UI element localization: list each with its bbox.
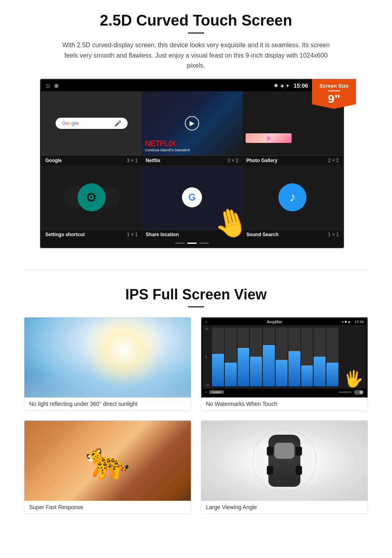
car-body bbox=[268, 435, 300, 487]
amp-time: 17:33 bbox=[354, 320, 364, 324]
cheetah-emoji: 🐆 bbox=[85, 440, 130, 482]
time-display: 15:06 bbox=[294, 82, 308, 89]
eq-bar-3 bbox=[238, 327, 250, 386]
device-screen: ⌂ ⊕ ✱ ◈ ▾ 15:06 ◫ ◁) ⊠ ▭ bbox=[40, 79, 344, 248]
eq-bar-6 bbox=[276, 327, 288, 386]
amp-title: Amplifier bbox=[210, 320, 340, 324]
google-label: Google bbox=[45, 158, 62, 163]
car-image bbox=[201, 421, 368, 501]
gallery-thumb-3: 🌸 bbox=[246, 133, 292, 143]
section1-description: With 2.5D curved-display screen, this de… bbox=[60, 40, 332, 71]
location-icon: ◈ bbox=[280, 83, 284, 88]
dot-3 bbox=[199, 243, 209, 244]
settings-label-row: Settings shortcut 1 × 1 bbox=[41, 229, 142, 239]
settings-app-cell[interactable]: ⚙ Settings shortcut 1 × 1 bbox=[41, 165, 142, 239]
eq-bar-5 bbox=[263, 327, 275, 386]
amp-icons: ▾ ✱ ◈ bbox=[342, 320, 350, 324]
app-grid-row2: ⚙ Settings shortcut 1 × 1 G bbox=[41, 165, 343, 239]
section1-title: 2.5D Curved Touch Screen bbox=[24, 12, 368, 29]
settings-icon-circle: ⚙ bbox=[78, 183, 106, 211]
usb-icon: ⊕ bbox=[54, 82, 59, 89]
netflix-app-cell[interactable]: ▶ NETFLIX Continue Marvel's Daredevil Ne… bbox=[142, 91, 242, 165]
share-label: Share location bbox=[146, 232, 179, 237]
eq-bar-7 bbox=[288, 327, 300, 386]
feature-grid: No light reflecting under 360° direct su… bbox=[24, 317, 368, 514]
custom-btn: Custom bbox=[209, 390, 224, 394]
sound-app-cell[interactable]: ♪ Sound Search 1 × 1 bbox=[242, 165, 343, 239]
maps-icon: G bbox=[182, 187, 202, 207]
feature-card-sunlight: No light reflecting under 360° direct su… bbox=[24, 317, 191, 411]
google-logo: Google bbox=[62, 120, 79, 126]
amp-home-icon: ⌂ bbox=[205, 320, 207, 324]
eq-display: 10 0 -10 bbox=[203, 325, 366, 389]
touch-hand: 🖐️ bbox=[340, 327, 364, 386]
eq-bar-10 bbox=[326, 327, 338, 386]
screen-size-badge: Screen Size 9" bbox=[312, 79, 356, 109]
wifi-icon: ▾ bbox=[286, 83, 289, 88]
bluetooth-icon: ✱ bbox=[274, 83, 278, 88]
feature-card-cheetah: 🐆 Super Fast Response bbox=[24, 420, 191, 514]
cheetah-image: 🐆 bbox=[24, 421, 191, 501]
badge-size: 9" bbox=[318, 93, 350, 105]
car-wheel-rl bbox=[267, 466, 273, 475]
share-cell-inner: G 🤚 bbox=[142, 165, 242, 229]
netflix-label: Netflix bbox=[146, 158, 160, 163]
eq-left-labels: 10 0 -10 bbox=[205, 327, 211, 386]
amp-status-bar: ⌂ Amplifier ▾ ✱ ◈ 17:33 bbox=[203, 319, 366, 325]
home-icon: ⌂ bbox=[46, 82, 50, 89]
section-ips: IPS Full Screen View No light reflecting… bbox=[0, 282, 392, 526]
section-curved-screen: 2.5D Curved Touch Screen With 2.5D curve… bbox=[0, 0, 392, 258]
eq-bar-8 bbox=[301, 327, 313, 386]
car-top-view bbox=[264, 429, 304, 493]
section-divider bbox=[24, 270, 368, 270]
sunlight-image bbox=[24, 317, 191, 397]
sound-size: 1 × 1 bbox=[328, 232, 339, 237]
share-app-cell[interactable]: G 🤚 Share location 1 × 1 bbox=[142, 165, 242, 239]
netflix-info: NETFLIX Continue Marvel's Daredevil bbox=[145, 139, 190, 152]
amp-back-btn: « bbox=[205, 390, 207, 394]
eq-bars bbox=[212, 327, 338, 386]
netflix-label-row: Netflix 3 × 2 bbox=[142, 155, 242, 165]
status-bar: ⌂ ⊕ ✱ ◈ ▾ 15:06 ◫ ◁) ⊠ ▭ bbox=[41, 80, 343, 91]
google-size: 3 × 1 bbox=[127, 158, 138, 163]
car-wheel-fl bbox=[267, 447, 273, 456]
sunlight-caption: No light reflecting under 360° direct su… bbox=[24, 397, 191, 410]
badge-label: Screen Size bbox=[318, 83, 350, 89]
gallery-label: Photo Gallery bbox=[246, 158, 278, 163]
ips-title-divider bbox=[188, 306, 204, 307]
title-divider bbox=[188, 32, 204, 34]
sound-cell-inner: ♪ bbox=[242, 165, 343, 229]
netflix-cell-inner: ▶ NETFLIX Continue Marvel's Daredevil bbox=[142, 91, 242, 155]
play-button[interactable]: ▶ bbox=[185, 116, 199, 130]
settings-size: 1 × 1 bbox=[127, 232, 138, 237]
sound-icon-circle: ♪ bbox=[278, 183, 306, 211]
car-wheel-fr bbox=[296, 447, 302, 456]
gallery-size: 2 × 2 bbox=[328, 158, 339, 163]
eq-bar-1 bbox=[212, 327, 224, 386]
google-app-cell[interactable]: Google 🎤 Google 3 × 1 bbox=[41, 91, 142, 165]
amplifier-image: ⌂ Amplifier ▾ ✱ ◈ 17:33 10 0 -10 bbox=[201, 317, 368, 397]
badge-divider bbox=[328, 90, 340, 91]
feature-card-car: Large Viewing Angle bbox=[201, 420, 368, 514]
section2-title: IPS Full Screen View bbox=[24, 286, 368, 303]
gallery-label-row: Photo Gallery 2 × 2 bbox=[242, 155, 343, 165]
eq-bar-4 bbox=[250, 327, 262, 386]
netflix-subtitle: Continue Marvel's Daredevil bbox=[145, 148, 190, 152]
google-label-row: Google 3 × 1 bbox=[41, 155, 142, 165]
dot-2 bbox=[187, 243, 197, 244]
mic-icon: 🎤 bbox=[114, 120, 121, 126]
device-wrapper: Screen Size 9" ⌂ ⊕ ✱ ◈ ▾ 15:06 ◫ ◁) ⊠ ▭ bbox=[40, 79, 352, 248]
dot-1 bbox=[175, 243, 185, 244]
app-grid-row1: Google 🎤 Google 3 × 1 ▶ bbox=[41, 91, 343, 165]
cheetah-caption: Super Fast Response bbox=[24, 501, 191, 514]
amplifier-caption: No Watermarks When Touch bbox=[201, 397, 368, 410]
google-search-bar[interactable]: Google 🎤 bbox=[56, 118, 128, 129]
sound-label: Sound Search bbox=[246, 232, 279, 237]
loudness-label: loudness bbox=[339, 390, 352, 394]
pagination-dots bbox=[41, 239, 343, 247]
sound-label-row: Sound Search 1 × 1 bbox=[242, 229, 343, 239]
loudness-toggle[interactable] bbox=[354, 390, 364, 395]
eq-bar-9 bbox=[314, 327, 326, 386]
eq-bar-2 bbox=[225, 327, 237, 386]
feature-card-amplifier: ⌂ Amplifier ▾ ✱ ◈ 17:33 10 0 -10 bbox=[201, 317, 368, 411]
